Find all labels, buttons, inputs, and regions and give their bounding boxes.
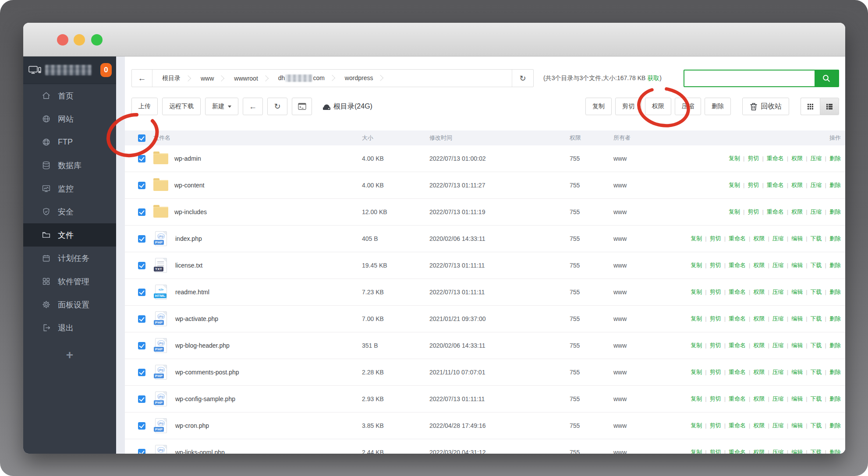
- table-row[interactable]: wp-config-sample.php 2.93 KB 2022/07/13 …: [125, 386, 845, 413]
- table-row[interactable]: wp-cron.php 3.85 KB 2022/04/28 17:49:16 …: [125, 413, 845, 439]
- row-action-link[interactable]: 复制: [691, 395, 702, 402]
- search-button[interactable]: [815, 71, 838, 86]
- row-checkbox[interactable]: [138, 289, 145, 296]
- row-action-link[interactable]: 权限: [746, 342, 765, 349]
- row-action-link[interactable]: 剪切: [740, 208, 759, 215]
- table-row[interactable]: license.txt 19.45 KB 2022/07/13 01:11:11…: [125, 252, 845, 279]
- file-name[interactable]: wp-includes: [174, 208, 207, 215]
- file-name[interactable]: wp-cron.php: [175, 422, 209, 429]
- row-action-link[interactable]: 下载: [803, 289, 822, 295]
- row-action-link[interactable]: 权限: [746, 395, 765, 402]
- breadcrumb-item[interactable]: www: [191, 75, 218, 82]
- back-button[interactable]: ←: [243, 98, 263, 115]
- refresh-button[interactable]: ↻: [267, 98, 287, 115]
- row-action-link[interactable]: 复制: [729, 208, 740, 215]
- row-action-link[interactable]: 重命名: [721, 315, 746, 322]
- header-filename[interactable]: 文件名: [148, 134, 359, 142]
- row-action-link[interactable]: 删除: [822, 449, 841, 454]
- row-action-link[interactable]: 编辑: [784, 342, 803, 349]
- row-action-link[interactable]: 复制: [729, 182, 740, 188]
- panel-logo[interactable]: 0: [23, 56, 116, 84]
- sidebar-item[interactable]: 退出: [23, 316, 116, 339]
- row-action-link[interactable]: 复制: [691, 369, 702, 375]
- breadcrumb-back-icon[interactable]: ←: [132, 70, 152, 87]
- row-action-link[interactable]: 重命名: [759, 182, 783, 188]
- row-action-link[interactable]: 权限: [746, 262, 765, 268]
- row-action-link[interactable]: 重命名: [721, 262, 746, 268]
- row-action-link[interactable]: 压缩: [765, 289, 783, 295]
- row-action-link[interactable]: 复制: [691, 422, 702, 429]
- row-action-link[interactable]: 下载: [803, 422, 822, 429]
- row-action-link[interactable]: 删除: [822, 422, 841, 429]
- row-action-link[interactable]: 压缩: [765, 422, 783, 429]
- row-action-link[interactable]: 下载: [803, 315, 822, 322]
- breadcrumb-item-redacted[interactable]: dhcom: [269, 74, 329, 82]
- row-action-link[interactable]: 压缩: [803, 155, 822, 162]
- row-action-link[interactable]: 重命名: [721, 342, 746, 349]
- remote-download-button[interactable]: 远程下载: [162, 98, 201, 115]
- file-name[interactable]: wp-config-sample.php: [175, 395, 235, 402]
- row-action-link[interactable]: 剪切: [702, 369, 721, 375]
- file-name[interactable]: wp-links-opml.php: [175, 449, 225, 454]
- row-action-link[interactable]: 复制: [691, 342, 702, 349]
- row-action-link[interactable]: 压缩: [765, 235, 783, 242]
- sidebar-item[interactable]: 文件: [23, 223, 116, 247]
- list-view-button[interactable]: [820, 98, 839, 115]
- select-all-checkbox[interactable]: [138, 134, 145, 142]
- row-action-link[interactable]: 权限: [746, 235, 765, 242]
- row-action-link[interactable]: 压缩: [765, 369, 783, 375]
- grid-view-button[interactable]: [801, 98, 820, 115]
- table-row[interactable]: wp-content 4.00 KB 2022/07/13 01:11:27 7…: [125, 172, 845, 199]
- bulk-action-button[interactable]: 压缩: [675, 98, 701, 115]
- row-action-link[interactable]: 删除: [822, 208, 841, 215]
- row-action-link[interactable]: 编辑: [784, 395, 803, 402]
- new-button[interactable]: 新建: [205, 98, 238, 115]
- bulk-action-button[interactable]: 剪切: [615, 98, 641, 115]
- sidebar-item[interactable]: 数据库: [23, 154, 116, 177]
- row-action-link[interactable]: 剪切: [702, 262, 721, 268]
- row-action-link[interactable]: 删除: [822, 262, 841, 268]
- row-action-link[interactable]: 权限: [746, 369, 765, 375]
- table-row[interactable]: wp-activate.php 7.00 KB 2021/01/21 09:37…: [125, 306, 845, 332]
- row-action-link[interactable]: 复制: [691, 235, 702, 242]
- terminal-button[interactable]: [292, 98, 312, 115]
- header-mtime[interactable]: 修改时间: [429, 134, 570, 142]
- row-action-link[interactable]: 复制: [691, 315, 702, 322]
- row-checkbox[interactable]: [138, 369, 145, 376]
- row-action-link[interactable]: 删除: [822, 342, 841, 349]
- row-action-link[interactable]: 重命名: [721, 422, 746, 429]
- row-action-link[interactable]: 编辑: [784, 422, 803, 429]
- row-action-link[interactable]: 剪切: [740, 155, 759, 162]
- sidebar-item[interactable]: FTP: [23, 130, 116, 154]
- row-action-link[interactable]: 权限: [746, 449, 765, 454]
- row-action-link[interactable]: 剪切: [702, 449, 721, 454]
- row-action-link[interactable]: 下载: [803, 235, 822, 242]
- row-action-link[interactable]: 复制: [729, 155, 740, 162]
- file-name[interactable]: wp-comments-post.php: [175, 369, 239, 376]
- row-checkbox[interactable]: [138, 208, 145, 216]
- row-action-link[interactable]: 编辑: [784, 289, 803, 295]
- minimize-button[interactable]: [74, 34, 85, 46]
- row-action-link[interactable]: 压缩: [803, 182, 822, 188]
- row-action-link[interactable]: 复制: [691, 289, 702, 295]
- row-action-link[interactable]: 删除: [822, 369, 841, 375]
- breadcrumb-item-current[interactable]: wordpress: [335, 74, 378, 81]
- row-action-link[interactable]: 删除: [822, 182, 841, 188]
- row-action-link[interactable]: 下载: [803, 395, 822, 402]
- row-action-link[interactable]: 压缩: [765, 449, 783, 454]
- row-checkbox[interactable]: [138, 449, 145, 454]
- row-action-link[interactable]: 复制: [691, 449, 702, 454]
- sidebar-item[interactable]: 安全: [23, 200, 116, 223]
- sidebar-item[interactable]: 计划任务: [23, 247, 116, 270]
- row-action-link[interactable]: 压缩: [765, 262, 783, 268]
- sidebar-item[interactable]: 软件管理: [23, 270, 116, 293]
- row-checkbox[interactable]: [138, 262, 145, 269]
- search-input[interactable]: [684, 71, 815, 86]
- row-checkbox[interactable]: [138, 342, 145, 349]
- table-row[interactable]: readme.html 7.23 KB 2022/07/13 01:11:11 …: [125, 279, 845, 306]
- row-action-link[interactable]: 权限: [784, 182, 803, 188]
- root-disk-selector[interactable]: 根目录(24G): [322, 102, 372, 111]
- row-action-link[interactable]: 编辑: [784, 315, 803, 322]
- sidebar-item[interactable]: 网站: [23, 107, 116, 130]
- row-action-link[interactable]: 复制: [691, 262, 702, 268]
